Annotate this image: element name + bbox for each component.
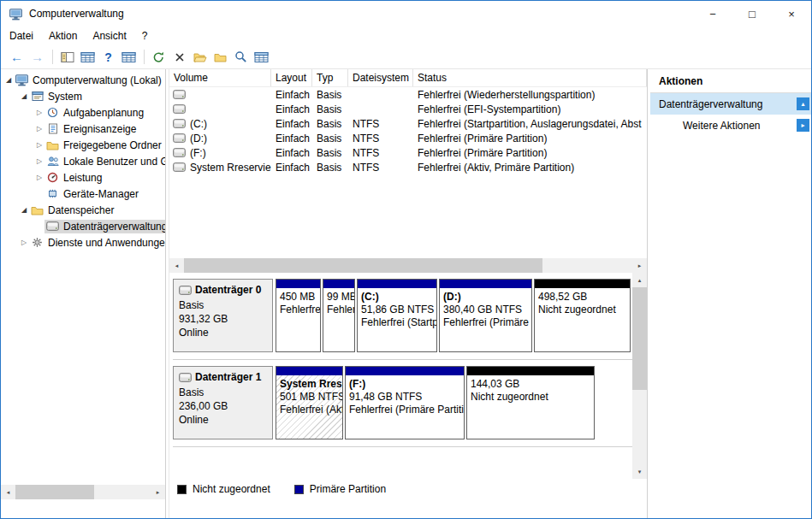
volume-row-2[interactable]: EinfachBasisFehlerfrei (EFI-Systempartit… xyxy=(169,102,647,116)
expand-arrow-button[interactable]: ▸ xyxy=(797,119,809,132)
maximize-button[interactable]: □ xyxy=(732,1,772,27)
toolbar-details-view-button[interactable] xyxy=(252,47,271,67)
expand-icon[interactable]: ▷ xyxy=(34,141,44,149)
tree-item-ereignisanzeige[interactable]: ▷Ereignisanzeige xyxy=(1,121,165,137)
scroll-left-icon[interactable]: ◂ xyxy=(1,485,15,499)
disk-0-partition-1[interactable]: 450 MBFehlerfrei (Wiederherstellungspart… xyxy=(276,279,321,352)
toolbar-list-view-button[interactable] xyxy=(78,47,98,67)
partition-status: Nicht zugeordnet xyxy=(471,391,590,404)
toolbar-help-button[interactable]: ? xyxy=(98,47,118,67)
collapse-icon[interactable]: ◢ xyxy=(3,76,14,84)
tree-item-content: Leistung xyxy=(44,171,104,185)
column-header-status[interactable]: Status xyxy=(413,69,647,86)
menu-item-ansicht[interactable]: Ansicht xyxy=(85,27,133,44)
toolbar-back-button[interactable]: ← xyxy=(7,47,27,67)
toolbar-forward-button[interactable]: → xyxy=(27,47,47,67)
close-button[interactable]: × xyxy=(772,1,811,27)
tree-item-datenspeicher[interactable]: ◢Datenspeicher xyxy=(1,202,165,218)
disk-0-partition-2[interactable]: 99 MBFehlerfrei (EFI-Systempartition) xyxy=(323,279,355,352)
action-item-weitere-aktionen[interactable]: Weitere Aktionen▸ xyxy=(650,115,811,136)
tree-item-freigegebene-ordner[interactable]: ▷Freigegebene Ordner xyxy=(1,137,165,153)
scroll-up-icon[interactable]: ▴ xyxy=(632,273,647,287)
tree-item-label: Aufgabenplanung xyxy=(63,107,144,119)
scrollbar-thumb[interactable] xyxy=(184,258,542,273)
column-header-volume[interactable]: Volume xyxy=(169,69,271,86)
partition-status: Fehlerfrei (Wiederherstellungspartition) xyxy=(280,304,317,316)
disk-0-partition-c[interactable]: (C:)51,86 GB NTFSFehlerfrei (Startpartit… xyxy=(357,279,437,352)
tree-item-lokale-benutzer-und-gruppen[interactable]: ▷Lokale Benutzer und Gruppen xyxy=(1,153,165,169)
toolbar-refresh-button[interactable] xyxy=(149,47,169,67)
disk-0-partition-d[interactable]: (D:)380,40 GB NTFSFehlerfrei (Primäre Pa… xyxy=(439,279,532,352)
console-tree-panel: ◢Computerverwaltung (Lokal)◢System▷Aufga… xyxy=(1,69,166,518)
scroll-right-icon[interactable]: ▸ xyxy=(632,258,647,273)
typ-cell: Basis xyxy=(312,89,348,101)
partition-color-band xyxy=(276,280,320,288)
column-header-typ[interactable]: Typ xyxy=(312,69,348,86)
volume-row-f[interactable]: (F:)EinfachBasisNTFSFehlerfrei (Primäre … xyxy=(169,145,647,160)
scrollbar-thumb[interactable] xyxy=(632,287,647,390)
disk-0-header[interactable]: Datenträger 0Basis931,32 GBOnline xyxy=(173,279,273,352)
scrollbar-thumb[interactable] xyxy=(15,485,94,499)
toolbar-show-console-tree-button[interactable] xyxy=(57,47,77,67)
column-header-layout[interactable]: Layout xyxy=(271,69,312,86)
toolbar-open-folder-button[interactable] xyxy=(190,47,210,67)
tree-item-system[interactable]: ◢System xyxy=(1,88,165,104)
menu-item-aktion[interactable]: Aktion xyxy=(41,27,85,44)
collapse-icon[interactable]: ◢ xyxy=(19,206,29,214)
minimize-button[interactable]: − xyxy=(693,1,732,27)
toolbar-folder-properties-button[interactable] xyxy=(210,47,230,67)
scroll-right-icon[interactable]: ▸ xyxy=(151,485,165,499)
expand-icon[interactable]: ▷ xyxy=(34,174,44,181)
collapse-icon[interactable]: ◢ xyxy=(19,92,29,100)
partition-size: 380,40 GB NTFS xyxy=(443,304,528,316)
scroll-down-icon[interactable]: ▾ xyxy=(632,464,647,479)
panel-spacer xyxy=(169,499,647,518)
scroll-left-icon[interactable]: ◂ xyxy=(169,258,184,273)
disk-1-partition-f[interactable]: (F:)91,48 GB NTFSFehlerfrei (Primäre Par… xyxy=(345,366,465,439)
column-header-dateisystem[interactable]: Dateisystem xyxy=(348,69,413,86)
volume-name: System Rreserviert xyxy=(190,162,271,174)
expand-icon[interactable]: ▷ xyxy=(19,239,29,246)
window-title: Computerverwaltung xyxy=(29,8,124,20)
perf-icon xyxy=(45,172,60,183)
action-item-datentr-gerverwaltung[interactable]: Datenträgerverwaltung▴ xyxy=(650,93,811,115)
toolbar-console-window-button[interactable] xyxy=(119,47,139,67)
computer-management-window: Computerverwaltung − □ × DateiAktionAnsi… xyxy=(0,0,812,519)
drive-icon xyxy=(45,221,60,231)
menu-item-item[interactable]: ? xyxy=(134,27,156,44)
volume-drive-icon xyxy=(173,133,186,143)
tree-item-content: Computerverwaltung (Lokal) xyxy=(14,73,164,87)
toolbar-search-button[interactable] xyxy=(231,47,251,67)
expand-icon[interactable]: ▷ xyxy=(34,109,44,116)
volume-row-d[interactable]: (D:)EinfachBasisNTFSFehlerfrei (Primäre … xyxy=(169,131,647,145)
users-icon xyxy=(45,156,60,167)
volume-row-c[interactable]: (C:)EinfachBasisNTFSFehlerfrei (Startpar… xyxy=(169,116,647,131)
disk-name-label: Datenträger 0 xyxy=(195,283,261,297)
syswin-icon xyxy=(30,91,44,102)
partition-color-band xyxy=(358,280,436,288)
partition-color-band xyxy=(535,280,630,288)
toolbar-delete-button[interactable] xyxy=(169,47,189,67)
tree-item-aufgabenplanung[interactable]: ▷Aufgabenplanung xyxy=(1,104,165,121)
tree-item-leistung[interactable]: ▷Leistung xyxy=(1,169,165,186)
disk-0-partition-5[interactable]: 498,52 GBNicht zugeordnet xyxy=(534,279,631,352)
expand-icon[interactable]: ▷ xyxy=(34,125,44,133)
tree-item-ger-te-manager[interactable]: Geräte-Manager xyxy=(1,186,165,202)
tree-item-computerverwaltung-lokal[interactable]: ◢Computerverwaltung (Lokal) xyxy=(1,72,165,88)
volume-row-1[interactable]: EinfachBasisFehlerfrei (Wiederherstellun… xyxy=(169,87,647,102)
actions-title: Aktionen xyxy=(650,69,811,93)
tree-item-datentr-gerverwaltung[interactable]: Datenträgerverwaltung xyxy=(1,218,165,234)
disk-1-partition-system-rreserviert[interactable]: System Rreserviert501 MB NTFSFehlerfrei … xyxy=(276,366,343,439)
volume-row-system-rreserviert[interactable]: System RreserviertEinfachBasisNTFSFehler… xyxy=(169,160,647,174)
expand-icon[interactable]: ▷ xyxy=(34,157,44,165)
collapse-arrow-button[interactable]: ▴ xyxy=(797,97,809,110)
menu-item-datei[interactable]: Datei xyxy=(2,27,41,44)
tree-item-label: Datenträgerverwaltung xyxy=(63,221,165,233)
disk-1-partition-3[interactable]: 144,03 GBNicht zugeordnet xyxy=(466,366,595,439)
scrollbar-track xyxy=(632,287,647,464)
partition-status: Fehlerfrei (Primäre Partition) xyxy=(349,404,460,416)
volume-name: (C:) xyxy=(190,118,207,130)
disk-1-header[interactable]: Datenträger 1Basis236,00 GBOnline xyxy=(173,366,273,439)
tree-item-dienste-und-anwendungen[interactable]: ▷Dienste und Anwendungen xyxy=(1,234,165,251)
legend-swatch xyxy=(294,485,304,494)
